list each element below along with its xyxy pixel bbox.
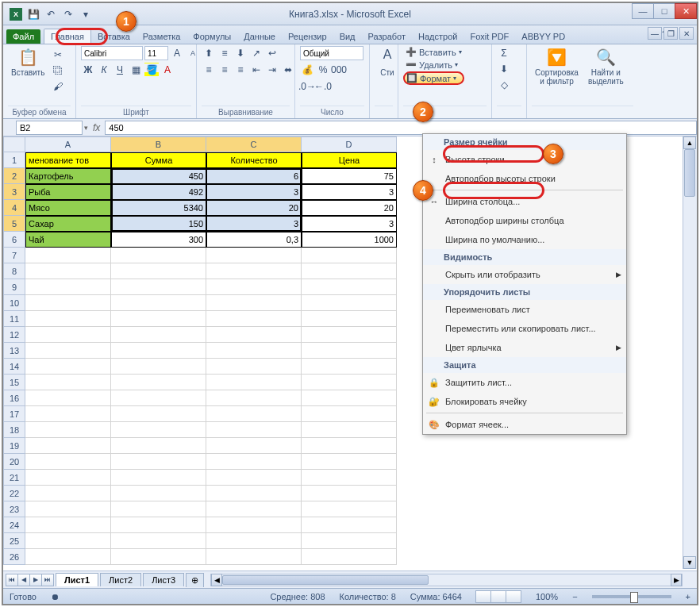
row-header-11[interactable]: 11: [3, 311, 25, 327]
autosum-icon[interactable]: Σ: [497, 46, 511, 60]
row-header-26[interactable]: 26: [3, 549, 25, 565]
sheet-nav-prev-icon[interactable]: ◀: [17, 574, 30, 586]
cell[interactable]: [111, 470, 206, 486]
cell[interactable]: [111, 438, 206, 454]
row-header-13[interactable]: 13: [3, 343, 25, 359]
menu-format-cells[interactable]: 🎨Формат ячеек...: [423, 415, 626, 434]
row-header-25[interactable]: 25: [3, 533, 25, 549]
row-header-24[interactable]: 24: [3, 517, 25, 533]
cell[interactable]: [302, 311, 397, 327]
col-header-C[interactable]: C: [206, 136, 302, 152]
tab-data[interactable]: Данные: [237, 29, 282, 44]
fx-icon[interactable]: fx: [93, 122, 100, 133]
row-header-10[interactable]: 10: [3, 295, 25, 311]
cell[interactable]: [111, 263, 206, 279]
align-middle-icon[interactable]: ≡: [217, 46, 232, 60]
tab-layout[interactable]: Разметка: [137, 29, 187, 44]
cell[interactable]: [111, 517, 206, 533]
cell[interactable]: [111, 533, 206, 549]
tab-file[interactable]: Файл: [6, 29, 40, 44]
format-painter-icon[interactable]: 🖌: [51, 79, 65, 94]
cell[interactable]: [25, 422, 111, 438]
cell[interactable]: [302, 327, 397, 343]
zoom-in-icon[interactable]: +: [686, 592, 690, 601]
cell[interactable]: [302, 470, 397, 486]
cell[interactable]: [302, 279, 397, 295]
italic-icon[interactable]: К: [97, 63, 111, 77]
cell[interactable]: 3: [302, 184, 397, 200]
menu-rename-sheet[interactable]: Переименовать лист: [423, 300, 626, 319]
menu-hide-unhide[interactable]: Скрыть или отобразить▶: [423, 265, 626, 284]
tab-addins[interactable]: Надстрой: [412, 29, 463, 44]
align-right-icon[interactable]: ≡: [233, 63, 248, 77]
cell[interactable]: [206, 311, 302, 327]
orientation-icon[interactable]: ↗: [249, 46, 263, 60]
scroll-right-icon[interactable]: ▶: [671, 574, 682, 586]
mdi-close-button[interactable]: ✕: [679, 27, 694, 40]
cell[interactable]: [111, 486, 206, 501]
row-header-23[interactable]: 23: [3, 501, 25, 517]
row-header-19[interactable]: 19: [3, 438, 25, 454]
row-header-21[interactable]: 21: [3, 470, 25, 486]
sort-filter-button[interactable]: 🔽 Сортировка и фильтр: [532, 46, 582, 87]
scroll-thumb[interactable]: [684, 149, 695, 197]
cell[interactable]: 1000: [302, 232, 397, 248]
increase-decimal-icon[interactable]: .0→: [300, 79, 314, 94]
row-header-6[interactable]: 6: [3, 232, 25, 248]
cell[interactable]: [302, 501, 397, 517]
cell[interactable]: 3: [206, 216, 302, 232]
cell[interactable]: Мясо: [25, 200, 111, 216]
close-button[interactable]: ✕: [675, 3, 697, 19]
cell[interactable]: [25, 390, 111, 406]
row-header-1[interactable]: 1: [3, 152, 25, 168]
menu-autofit-col[interactable]: Автоподбор ширины столбца: [423, 211, 626, 230]
fill-color-icon[interactable]: 🪣: [144, 63, 159, 77]
cell[interactable]: [302, 248, 397, 263]
cell[interactable]: 492: [111, 184, 206, 200]
qat-redo-icon[interactable]: ↷: [62, 8, 75, 21]
menu-default-width[interactable]: Ширина по умолчанию...: [423, 230, 626, 249]
select-all-corner[interactable]: [3, 136, 25, 152]
cell[interactable]: [206, 454, 302, 470]
cell[interactable]: Цена: [302, 152, 397, 168]
cell[interactable]: [206, 517, 302, 533]
cell[interactable]: [206, 501, 302, 517]
sheet-tab-1[interactable]: Лист1: [56, 573, 98, 586]
scroll-up-icon[interactable]: ▲: [683, 136, 696, 149]
cell[interactable]: [302, 390, 397, 406]
cell[interactable]: [25, 279, 111, 295]
sheet-tab-new[interactable]: ⊕: [186, 573, 204, 587]
row-header-2[interactable]: 2: [3, 168, 25, 184]
cell[interactable]: [111, 295, 206, 311]
cell[interactable]: [25, 486, 111, 501]
find-select-button[interactable]: 🔍 Найти и выделить: [585, 46, 627, 87]
cell[interactable]: Сахар: [25, 216, 111, 232]
cell[interactable]: [206, 470, 302, 486]
tab-developer[interactable]: Разработ: [362, 29, 412, 44]
cell[interactable]: [25, 359, 111, 375]
tab-insert[interactable]: Вставка: [91, 29, 137, 44]
cell[interactable]: [111, 549, 206, 565]
sheet-nav-last-icon[interactable]: ⏭: [41, 574, 54, 586]
vertical-scrollbar[interactable]: ▲ ▼: [683, 136, 697, 569]
cell[interactable]: [302, 295, 397, 311]
col-header-A[interactable]: A: [25, 136, 111, 152]
scroll-down-icon[interactable]: ▼: [683, 556, 696, 569]
clear-icon[interactable]: ◇: [497, 78, 511, 92]
cell[interactable]: [111, 343, 206, 359]
row-header-3[interactable]: 3: [3, 184, 25, 200]
cell[interactable]: [206, 390, 302, 406]
formula-input[interactable]: 450: [105, 121, 697, 135]
mdi-minimize-button[interactable]: —: [648, 27, 662, 40]
cell[interactable]: [25, 248, 111, 263]
cell[interactable]: [111, 248, 206, 263]
cell[interactable]: [302, 375, 397, 390]
qat-customize-icon[interactable]: ▾: [79, 8, 92, 21]
row-header-9[interactable]: 9: [3, 279, 25, 295]
minimize-button[interactable]: —: [632, 3, 654, 19]
row-header-8[interactable]: 8: [3, 263, 25, 279]
cell[interactable]: [25, 311, 111, 327]
cell[interactable]: [206, 248, 302, 263]
paste-button[interactable]: 📋 Вставить: [8, 46, 48, 79]
menu-row-height[interactable]: ↕Высота строки...: [423, 150, 626, 169]
